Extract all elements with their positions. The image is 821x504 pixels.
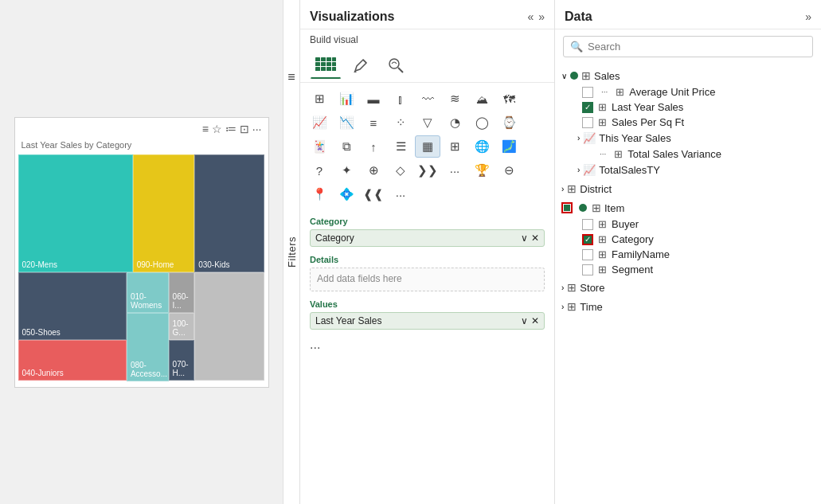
tree-group-header-time[interactable]: › ⊞ Time xyxy=(555,298,821,315)
chart-container: ≡ ☆ ≔ ⊡ ··· Last Year Sales by Category … xyxy=(14,117,269,388)
viz-icon-kpi[interactable]: ↑ xyxy=(361,135,386,158)
category-chip[interactable]: Category ∨ ✕ xyxy=(310,229,545,247)
tree-item-total-sales-variance[interactable]: ··· ⊞ Total Sales Variance xyxy=(555,147,821,162)
viz-icon-qa[interactable]: ? xyxy=(307,159,332,182)
chip-remove[interactable]: ✕ xyxy=(531,232,539,244)
check-category[interactable]: ✓ xyxy=(582,234,593,245)
viz-icon-more2[interactable]: ··· xyxy=(388,183,413,205)
treemap-cell[interactable]: 050-Shoes xyxy=(18,272,127,341)
tab-analytics[interactable] xyxy=(380,52,412,79)
visualizations-panel: Visualizations « » Build visual xyxy=(300,0,555,504)
viz-icon-pie[interactable]: ◔ xyxy=(442,111,467,134)
values-chip[interactable]: Last Year Sales ∨ ✕ xyxy=(310,312,545,330)
viz-icon-waterfall[interactable]: ≡ xyxy=(361,111,386,134)
tree-item-buyer[interactable]: ⊞ Buyer xyxy=(555,217,821,232)
treemap-cell[interactable]: 040-Juniors xyxy=(18,340,127,381)
viz-icon-location[interactable]: 📍 xyxy=(307,183,332,205)
tree-item-avg-unit-price[interactable]: ··· ⊞ Average Unit Price xyxy=(555,84,821,100)
check-family-name[interactable] xyxy=(582,249,593,260)
toolbar-icon-menu[interactable]: ≡ xyxy=(202,123,209,135)
viz-icon-line[interactable]: 📈 xyxy=(307,111,332,134)
treemap-cell[interactable]: 080-Accesso... xyxy=(127,313,169,381)
treemap-cell[interactable]: 090-Home xyxy=(133,154,195,272)
item-partial-check[interactable] xyxy=(561,202,573,213)
tree-item-category[interactable]: ✓ ⊞ Category xyxy=(555,232,821,247)
viz-icon-line-bar[interactable]: 〰 xyxy=(415,88,440,110)
toolbar-icon-expand[interactable]: ⊡ xyxy=(240,123,249,135)
district-expand-arrow: › xyxy=(561,185,564,193)
treemap-cell[interactable]: 020-Mens xyxy=(18,154,133,272)
viz-icon-multirow[interactable]: ⧉ xyxy=(334,135,359,158)
details-chip[interactable]: Add data fields here xyxy=(310,268,545,291)
viz-collapse-btn[interactable]: « xyxy=(527,10,534,23)
tree-group-header-sales[interactable]: ∨ ⊞ Sales xyxy=(555,67,821,84)
check-buyer[interactable] xyxy=(582,219,593,230)
toolbar-icon-pin[interactable]: ☆ xyxy=(212,123,222,135)
check-sales-per-sq-ft[interactable] xyxy=(582,117,593,128)
viz-icon-shape-map[interactable]: 🌐 xyxy=(469,135,495,158)
avg-unit-price-icon: ⊞ xyxy=(616,86,624,98)
check-last-year-sales[interactable]: ✓ xyxy=(582,102,593,113)
viz-icon-bar[interactable]: 📊 xyxy=(334,88,359,110)
svg-rect-9 xyxy=(321,67,326,71)
tree-group-header-this-year[interactable]: › 📈 This Year Sales xyxy=(555,130,821,147)
tree-item-segment[interactable]: ⊞ Segment xyxy=(555,262,821,277)
viz-icon-gauge[interactable]: ⌚ xyxy=(496,111,522,134)
viz-icon-decomp[interactable]: ⊕ xyxy=(361,159,386,182)
tab-format[interactable] xyxy=(345,52,377,79)
chip-dropdown[interactable]: ∨ xyxy=(521,232,528,244)
viz-icon-funnel[interactable]: ▽ xyxy=(415,111,440,134)
check-avg-unit-price[interactable] xyxy=(582,87,593,98)
viz-icon-key-influencer[interactable]: ◇ xyxy=(388,159,413,182)
tree-group-header-store[interactable]: › ⊞ Store xyxy=(555,279,821,296)
values-chip-dropdown[interactable]: ∨ xyxy=(521,315,528,326)
viz-icon-scatter[interactable]: ⁘ xyxy=(388,111,413,134)
viz-icon-filled-map[interactable]: 🗾 xyxy=(496,135,522,158)
tree-group-header-district[interactable]: › ⊞ District xyxy=(555,180,821,197)
viz-icon-more[interactable]: ··· xyxy=(442,159,467,182)
time-table-icon: ⊞ xyxy=(567,300,577,313)
filters-panel[interactable]: ≡ Filters xyxy=(283,0,300,504)
data-expand-btn[interactable]: » xyxy=(805,10,811,23)
search-box[interactable]: 🔍 xyxy=(563,36,813,57)
viz-icon-area[interactable]: ⛰ xyxy=(469,88,495,110)
tree-item-last-year-sales[interactable]: ✓ ⊞ Last Year Sales xyxy=(555,100,821,115)
viz-icon-map[interactable]: 🗺 xyxy=(496,88,522,110)
check-segment[interactable] xyxy=(582,264,593,275)
viz-icon-r-visual[interactable]: 🏆 xyxy=(469,159,495,182)
viz-icon-matrix[interactable]: ⊞ xyxy=(442,135,467,158)
viz-icon-smart[interactable]: ✦ xyxy=(334,159,359,182)
svg-rect-1 xyxy=(321,57,326,61)
viz-icon-card[interactable]: 🃏 xyxy=(307,135,332,158)
viz-icon-diamond[interactable]: 💠 xyxy=(334,183,359,205)
toolbar-icon-more[interactable]: ··· xyxy=(252,123,262,135)
viz-icon-arrows[interactable]: ❰❰ xyxy=(361,183,386,205)
values-chip-remove[interactable]: ✕ xyxy=(531,315,539,326)
viz-icon-narrative[interactable]: ❯❯ xyxy=(415,159,440,182)
search-input[interactable] xyxy=(588,41,806,53)
treemap-cell[interactable]: 100-G... xyxy=(169,313,195,340)
viz-icon-donut[interactable]: ◯ xyxy=(469,111,495,134)
viz-icon-clustered-bar[interactable]: ⫿ xyxy=(388,88,413,110)
treemap-cell[interactable]: 010-Womens xyxy=(127,272,169,313)
treemap-cell[interactable]: 060-I... xyxy=(169,272,195,313)
viz-icon-slicer[interactable]: ☰ xyxy=(388,135,413,158)
viz-expand-btn[interactable]: » xyxy=(538,10,545,23)
viz-icon-stacked-bar[interactable]: ▬ xyxy=(361,88,386,110)
viz-icon-table[interactable]: ⊞ xyxy=(307,88,332,110)
viz-icon-combo[interactable]: 📉 xyxy=(334,111,359,134)
toolbar-icon-filter[interactable]: ≔ xyxy=(225,123,237,135)
treemap-cell[interactable] xyxy=(194,272,264,381)
viz-icon-treemap[interactable]: ▦ xyxy=(415,135,440,158)
treemap-cell[interactable]: 030-Kids xyxy=(194,154,264,272)
tab-build-visual[interactable] xyxy=(310,52,342,79)
tree-item-family-name[interactable]: ⊞ FamilyName xyxy=(555,247,821,262)
tree-group-header-item[interactable]: ⊞ Item xyxy=(555,199,821,217)
district-group-name: District xyxy=(580,183,612,195)
tree-item-sales-per-sq-ft[interactable]: ⊞ Sales Per Sq Ft xyxy=(555,115,821,130)
sales-table-icon: ⊞ xyxy=(581,69,591,82)
treemap-cell[interactable]: 070-H... xyxy=(169,340,195,381)
viz-icon-ribbon[interactable]: ≋ xyxy=(442,88,467,110)
tree-group-header-total-sales-ty[interactable]: › 📈 TotalSalesTY xyxy=(555,162,821,178)
viz-icon-python[interactable]: ⊖ xyxy=(496,159,522,182)
